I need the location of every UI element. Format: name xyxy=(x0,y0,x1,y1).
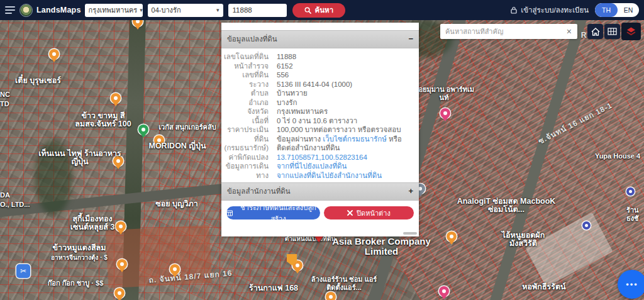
map-label: Asia Broker Company Limited xyxy=(330,236,433,257)
restaurant-marker-icon[interactable] xyxy=(49,49,59,59)
detail-row-coordinates: ค่าพิกัดแปลง 13.71058571,100.52823164 xyxy=(221,153,413,162)
field-label: ตำบล xyxy=(221,89,277,98)
detail-row: เนื้อที่ 0 ไร่ 0 งาน 10.6 ตารางวา xyxy=(221,116,413,126)
field-value: 11888 xyxy=(277,52,413,62)
map-label: ไอ้หนูยอดผัก มังสวิรัติ xyxy=(489,231,557,247)
parcel-number-input[interactable] xyxy=(228,4,287,17)
coordinates-link[interactable]: 13.71058571,100.52823164 xyxy=(277,153,367,161)
field-label: ระวาง xyxy=(221,80,277,89)
map-label: เตี๋ย บุรุษเซอร์ xyxy=(15,77,61,85)
field-label: เลขที่ดิน xyxy=(221,70,277,80)
poi-marker-icon[interactable] xyxy=(439,286,449,296)
map-label: ร้านธงชั xyxy=(626,206,644,222)
map-label: ร้านกาแฟ 168 xyxy=(239,284,308,292)
field-label: อำเภอ xyxy=(221,98,277,108)
land-office-section-header[interactable]: ข้อมูลสำนักงานที่ดิน + xyxy=(221,182,419,201)
map-label: อาหารจีนกวางตุ้ง · $ xyxy=(39,254,119,262)
panel-footer xyxy=(221,219,419,236)
menu-icon[interactable] xyxy=(5,6,15,14)
shop-square-marker-icon[interactable]: ✂ xyxy=(16,264,30,278)
detail-row: เลขโฉนดที่ดิน 11888 xyxy=(221,52,413,62)
restaurant-marker-icon[interactable] xyxy=(447,231,457,242)
treasury-website-link[interactable]: เว็บไซต์กรมธนารักษ์ xyxy=(323,135,387,143)
map-label: ซอยมุมาน อพาร์ทเมนท์ xyxy=(414,86,474,101)
province-select[interactable]: กรุงเทพมหานคร ▾ xyxy=(85,4,143,17)
layers-icon xyxy=(626,26,636,37)
directions-to-parcel-link[interactable]: จากที่นี่ไปยังแปลงที่ดิน xyxy=(277,162,413,171)
detail-row: ระวาง 5136 III 6414-04 (1000) xyxy=(221,80,413,89)
chat-dots-icon: ••• xyxy=(626,280,638,289)
detail-row: หน้าสำรวจ 6152 xyxy=(221,62,413,71)
detail-row-travel: ข้อมูลการเดินทาง จากที่นี่ไปยังแปลงที่ดิ… xyxy=(221,162,413,180)
restaurant-marker-icon[interactable] xyxy=(114,288,125,298)
calculator-icon xyxy=(226,210,233,216)
search-button-label: ค้นหา xyxy=(315,4,334,16)
detail-row-price: ราคาประเมินที่ดิน (กรมธนารักษ์) 100,000 … xyxy=(221,125,413,153)
login-register-label: เข้าสู่ระบบ/ลงทะเบียน xyxy=(521,4,589,16)
department-of-lands-logo xyxy=(19,4,33,17)
close-icon xyxy=(347,210,353,216)
poi-dot-marker-icon[interactable] xyxy=(626,187,635,196)
map-label: ข้าว ขาหมู สีลมสจ.จันทร์ 100 xyxy=(66,112,140,128)
poi-dot-marker-icon[interactable] xyxy=(582,221,591,230)
map-label: เท็นเนน ไทฟู ร้านอาหารญี่ปุ่น xyxy=(33,150,127,165)
search-button[interactable]: ค้นหา xyxy=(292,3,346,18)
map-label: เวกัส สนุกเกอร์คลับ xyxy=(150,123,225,131)
field-label: เนื้อที่ xyxy=(221,116,277,126)
field-label: ราคาประเมินที่ดิน (กรมธนารักษ์) xyxy=(221,125,277,153)
top-navigation-bar: LandsMaps กรุงเทพมหานคร ▾ 04-บางรัก ▾ ค้… xyxy=(0,0,644,20)
detail-row: เลขที่ดิน 556 xyxy=(221,70,413,80)
home-button[interactable] xyxy=(587,24,603,39)
field-value: 100,000 บาทต่อตารางวา หรือตรวจสอบข้อมูลผ… xyxy=(277,125,413,153)
field-value: 5136 III 6414-04 (1000) xyxy=(277,80,413,89)
close-window-label: ปิดหน้าต่าง xyxy=(357,208,391,219)
land-office-section-title: ข้อมูลสำนักงานที่ดิน xyxy=(227,186,291,197)
district-select-value: 04-บางรัก xyxy=(152,4,181,16)
panel-scrollbar[interactable] xyxy=(403,232,417,235)
field-value: 13.71058571,100.52823164 xyxy=(277,153,413,162)
expand-icon[interactable]: + xyxy=(408,188,413,194)
lang-en-button[interactable]: EN xyxy=(618,6,639,14)
field-label: จังหวัด xyxy=(221,107,277,116)
landsmaps-app: LandsMaps กรุงเทพมหานคร ▾ 04-บางรัก ▾ ค้… xyxy=(0,0,644,300)
province-select-value: กรุงเทพมหานคร xyxy=(89,4,138,16)
field-value: 0 ไร่ 0 งาน 10.6 ตารางวา xyxy=(277,116,413,126)
map-label: ก๊อก ก๊อก ชาบู · $$ xyxy=(35,279,116,287)
panel-action-buttons: ชำระภาษีที่ดินและสิ่งปลูกสร้าง ปิดหน้าต่… xyxy=(221,201,419,219)
field-value: กรุงเทพมหานคร xyxy=(277,107,413,116)
chat-messenger-button[interactable]: ••• xyxy=(618,270,644,299)
field-value: จากที่นี่ไปยังแปลงที่ดิน จากแปลงที่ดินไป… xyxy=(277,162,413,180)
directions-to-office-link[interactable]: จากแปลงที่ดินไปยังสำนักงานที่ดิน xyxy=(277,171,413,181)
grid-layer-button[interactable] xyxy=(604,24,620,39)
chevron-down-icon: ▾ xyxy=(140,7,143,13)
parcel-section-title: ข้อมูลแปลงที่ดิน xyxy=(227,33,277,45)
restaurant-marker-icon[interactable] xyxy=(326,292,336,300)
field-label: เลขโฉนดที่ดิน xyxy=(221,52,277,62)
map-label: ซอย บุญวิภา xyxy=(142,200,211,208)
close-window-button[interactable]: ปิดหน้าต่าง xyxy=(324,206,414,219)
poi-search-box: × xyxy=(440,24,577,39)
field-value: 6152 xyxy=(277,62,413,71)
app-title: LandsMaps xyxy=(36,6,81,14)
district-select[interactable]: 04-บางรัก ▾ xyxy=(148,4,223,17)
map-label: AnalogiT ซ่อมสด MacbooK ซ่อมโน้ต... xyxy=(455,197,557,213)
poi-search-input[interactable] xyxy=(440,28,561,35)
map-label: สุกี้เมืองทอง เซนต์หลุยส์ 3 xyxy=(55,215,130,231)
poi-marker-icon[interactable] xyxy=(440,108,450,118)
pay-land-tax-button[interactable]: ชำระภาษีที่ดินและสิ่งปลูกสร้าง xyxy=(226,206,320,219)
field-value: บ้านทวาย xyxy=(277,89,413,98)
map-label: O., LTD... xyxy=(0,201,30,209)
field-label: ข้อมูลการเดินทาง xyxy=(221,162,277,180)
map-layers-button[interactable] xyxy=(621,23,641,40)
restaurant-marker-icon[interactable] xyxy=(111,93,121,103)
collapse-icon[interactable]: − xyxy=(408,36,413,42)
field-label: หน้าสำรวจ xyxy=(221,62,277,71)
map-label: DA xyxy=(0,191,10,199)
login-register-link[interactable]: เข้าสู่ระบบ/ลงทะเบียน xyxy=(511,4,589,16)
lang-th-button[interactable]: TH xyxy=(595,3,618,17)
topbar-right-group: เข้าสู่ระบบ/ลงทะเบียน TH EN xyxy=(511,3,639,17)
map-label: ข้าวหมูแดงสีลม xyxy=(42,244,117,252)
clear-search-icon[interactable]: × xyxy=(561,26,577,36)
detail-row: จังหวัด กรุงเทพมหานคร xyxy=(221,107,413,116)
parcel-section-header[interactable]: ข้อมูลแปลงที่ดิน − xyxy=(221,30,419,48)
